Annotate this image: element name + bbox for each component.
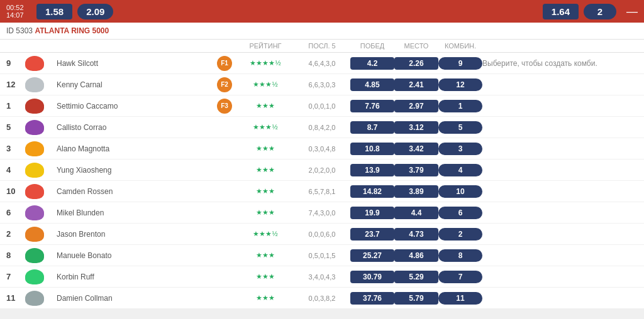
wins-btn[interactable]: 10.8: [350, 143, 394, 155]
col-header-combi: КОМБИН.: [438, 42, 482, 50]
place-btn[interactable]: 3.12: [394, 121, 438, 134]
helmet-icon: [25, 77, 44, 92]
driver-combi[interactable]: 4: [438, 164, 482, 176]
driver-place[interactable]: 2.26: [394, 57, 438, 70]
combi-btn[interactable]: 9: [438, 57, 482, 70]
table-row: 11 Damien Collman ★★★ 0,0,3,8,2 37.76 5.…: [0, 288, 644, 309]
driver-place[interactable]: 2.97: [394, 100, 438, 112]
combi-btn[interactable]: 5: [438, 121, 482, 134]
combi-btn[interactable]: 6: [438, 207, 482, 219]
driver-combi[interactable]: 9: [438, 57, 482, 70]
combi-btn[interactable]: 2: [438, 228, 482, 241]
place-btn[interactable]: 2.26: [394, 57, 438, 70]
place-btn[interactable]: 4.86: [394, 249, 438, 262]
driver-combi[interactable]: 1: [438, 100, 482, 112]
driver-wins[interactable]: 10.8: [350, 143, 394, 155]
driver-rating: ★★★: [237, 187, 294, 195]
combi-btn[interactable]: 7: [438, 271, 482, 283]
driver-helmet: [25, 248, 57, 263]
driver-combi[interactable]: 7: [438, 271, 482, 283]
place-btn[interactable]: 5.79: [394, 292, 438, 305]
wins-btn[interactable]: 8.7: [350, 121, 394, 134]
wins-btn[interactable]: 4.85: [350, 78, 394, 91]
driver-wins[interactable]: 7.76: [350, 100, 394, 112]
driver-wins[interactable]: 25.27: [350, 249, 394, 262]
wins-btn[interactable]: 25.27: [350, 249, 394, 262]
driver-last5: 0,0,0,1,0: [294, 102, 350, 110]
place-btn[interactable]: 4.4: [394, 207, 438, 219]
place-btn[interactable]: 3.89: [394, 185, 438, 198]
driver-wins[interactable]: 37.76: [350, 292, 394, 305]
driver-last5: 2,0,2,0,0: [294, 166, 350, 174]
wins-btn[interactable]: 4.2: [350, 57, 394, 70]
driver-combi[interactable]: 8: [438, 249, 482, 262]
wins-btn[interactable]: 37.76: [350, 292, 394, 305]
place-btn[interactable]: 2.41: [394, 78, 438, 91]
driver-helmet: [25, 56, 57, 71]
driver-place[interactable]: 3.12: [394, 121, 438, 134]
minimize-icon[interactable]: —: [626, 5, 638, 18]
driver-name: Manuele Bonato: [57, 251, 212, 260]
driver-wins[interactable]: 4.2: [350, 57, 394, 70]
wins-btn[interactable]: 7.76: [350, 100, 394, 112]
stars-icon: ★★★: [256, 144, 275, 153]
place-btn[interactable]: 4.73: [394, 228, 438, 241]
place-btn[interactable]: 5.29: [394, 271, 438, 283]
driver-wins[interactable]: 4.85: [350, 78, 394, 91]
driver-place[interactable]: 2.41: [394, 78, 438, 91]
helmet-icon: [25, 205, 44, 220]
driver-combi[interactable]: 2: [438, 228, 482, 241]
odds-btn-2[interactable]: 2.09: [77, 4, 113, 19]
driver-combi[interactable]: 3: [438, 143, 482, 155]
combi-btn[interactable]: 3: [438, 143, 482, 155]
driver-combi[interactable]: 6: [438, 207, 482, 219]
combi-btn[interactable]: 10: [438, 185, 482, 198]
driver-position: 5: [6, 122, 25, 132]
driver-place[interactable]: 4.4: [394, 207, 438, 219]
combi-btn[interactable]: 8: [438, 249, 482, 262]
place-btn[interactable]: 3.42: [394, 143, 438, 155]
driver-helmet: [25, 184, 57, 199]
wins-btn[interactable]: 30.79: [350, 271, 394, 283]
driver-combi[interactable]: 10: [438, 185, 482, 198]
driver-combi[interactable]: 11: [438, 292, 482, 305]
odds-btn-1[interactable]: 1.58: [36, 4, 72, 19]
driver-wins[interactable]: 19.9: [350, 207, 394, 219]
driver-place[interactable]: 5.79: [394, 292, 438, 305]
driver-position: 6: [6, 208, 25, 217]
place-btn[interactable]: 3.79: [394, 164, 438, 176]
driver-combi[interactable]: 5: [438, 121, 482, 134]
odds-btn-3[interactable]: 1.64: [543, 4, 579, 19]
driver-wins[interactable]: 23.7: [350, 228, 394, 241]
driver-name: Alano Magnotta: [57, 144, 212, 153]
driver-last5: 0,3,0,4,8: [294, 145, 350, 153]
driver-helmet: [25, 269, 57, 284]
driver-wins[interactable]: 14.82: [350, 185, 394, 198]
driver-place[interactable]: 5.29: [394, 271, 438, 283]
stars-icon: ★★★★½: [250, 59, 280, 67]
wins-btn[interactable]: 23.7: [350, 228, 394, 241]
driver-wins[interactable]: 30.79: [350, 271, 394, 283]
wins-btn[interactable]: 19.9: [350, 207, 394, 219]
table-row: 5 Callisto Corrao ★★★½ 0,8,4,2,0 8.7 3.1…: [0, 117, 644, 138]
f-badge: F1: [217, 56, 232, 71]
wins-btn[interactable]: 14.82: [350, 185, 394, 198]
wins-btn[interactable]: 13.9: [350, 164, 394, 176]
driver-place[interactable]: 3.42: [394, 143, 438, 155]
combi-btn[interactable]: 1: [438, 100, 482, 112]
driver-wins[interactable]: 13.9: [350, 164, 394, 176]
place-btn[interactable]: 2.97: [394, 100, 438, 112]
driver-place[interactable]: 4.73: [394, 228, 438, 241]
driver-place[interactable]: 3.89: [394, 185, 438, 198]
combi-btn[interactable]: 12: [438, 78, 482, 91]
driver-wins[interactable]: 8.7: [350, 121, 394, 134]
driver-combi[interactable]: 12: [438, 78, 482, 91]
driver-place[interactable]: 3.79: [394, 164, 438, 176]
driver-f-badge: F3: [212, 99, 237, 114]
odds-btn-4[interactable]: 2: [584, 4, 616, 19]
driver-f-badge: F1: [212, 56, 237, 71]
driver-place[interactable]: 4.86: [394, 249, 438, 262]
combi-btn[interactable]: 11: [438, 292, 482, 305]
driver-rating: ★★★: [237, 144, 294, 153]
combi-btn[interactable]: 4: [438, 164, 482, 176]
